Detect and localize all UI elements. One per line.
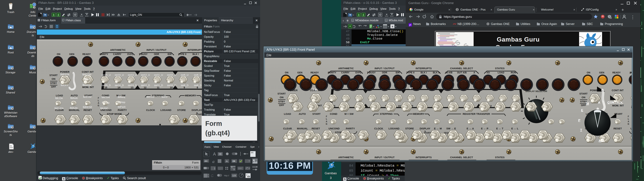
svg-text:lblCON: lblCON	[102, 96, 110, 98]
svg-text:sw12_D: sw12_D	[141, 84, 150, 87]
svg-text:L: L	[587, 135, 589, 138]
svg-text:123: 123	[232, 174, 236, 177]
svg-text:lblOFF: lblOFF	[61, 84, 68, 86]
svg-text:lblCLO: lblCLO	[146, 95, 154, 98]
svg-text:sw9_D: sw9_D	[181, 84, 188, 87]
svg-text:CONTROL: CONTROL	[608, 101, 623, 104]
svg-text:lblFlag: lblFlag	[102, 101, 109, 104]
svg-text:lblStop: lblStop	[118, 101, 125, 104]
svg-text:P: P	[578, 118, 580, 122]
svg-text:sw8_D: sw8_D	[194, 84, 202, 87]
svg-text:T: T	[580, 128, 582, 132]
svg-text:abc: abc	[204, 160, 208, 162]
svg-text:cb: cb	[247, 175, 250, 178]
svg-text:lblLO: lblLO	[162, 95, 167, 98]
svg-text:a: a	[212, 159, 214, 164]
svg-text:sw10_U: sw10_U	[167, 74, 176, 76]
svg-text:txt: txt	[10, 145, 12, 147]
svg-text:lblSTAF: lblSTAF	[83, 95, 92, 98]
svg-text:sw12_U: sw12_U	[141, 74, 150, 76]
svg-text:http://: http://	[224, 174, 229, 177]
svg-text:lblRESE: lblRESE	[83, 106, 92, 108]
svg-text:i: i	[57, 25, 57, 28]
svg-text:sw9_U: sw9_U	[181, 74, 188, 76]
svg-text:lblLOA: lblLOA	[55, 97, 63, 100]
svg-text:sw15_D: sw15_D	[102, 84, 111, 87]
svg-text:...: ...	[219, 167, 221, 170]
svg-text:lblCLEA: lblCLEA	[54, 107, 64, 110]
svg-text:lblMOM: lblMOM	[82, 84, 91, 86]
svg-text:lblAutc: lblAutc	[70, 96, 78, 100]
svg-text:a: a	[392, 25, 393, 28]
svg-text:###: ###	[238, 167, 242, 170]
svg-text:lblUNC: lblUNC	[100, 107, 108, 110]
svg-text:A: A	[213, 152, 216, 156]
svg-text:i: i	[34, 3, 34, 6]
svg-text:E: E	[581, 108, 583, 112]
svg-text:UT: UT	[410, 87, 413, 90]
svg-text:lblMeq: lblMeq	[118, 96, 125, 98]
svg-text:sw11_U: sw11_U	[154, 74, 163, 76]
svg-text:lblPSTA: lblPSTA	[60, 73, 69, 76]
svg-text:M: M	[586, 102, 589, 105]
svg-text:lblAuto: lblAuto	[70, 106, 78, 109]
svg-text:lblINT: lblINT	[84, 78, 90, 80]
svg-text:sw15_U: sw15_U	[102, 74, 111, 76]
svg-text:sw13_U: sw13_U	[128, 74, 137, 76]
svg-text:sw14_D: sw14_D	[115, 84, 124, 87]
svg-text:sw11_D: sw11_D	[154, 84, 163, 87]
svg-text:ALL: ALL	[599, 139, 605, 142]
svg-text:?: ?	[609, 16, 610, 18]
svg-text:abc: abc	[251, 152, 254, 154]
svg-text:sw14_U: sw14_U	[115, 74, 124, 76]
svg-text:lblICON: lblICON	[82, 73, 92, 76]
svg-text:A: A	[598, 101, 600, 104]
svg-text:OK: OK	[232, 160, 236, 162]
svg-text:T IN: T IN	[312, 88, 317, 91]
svg-text:sw13_D: sw13_D	[128, 84, 137, 87]
svg-text:sw10_D: sw10_D	[167, 84, 176, 87]
svg-text:0: 0	[610, 17, 611, 19]
svg-text:sw8_U: sw8_U	[194, 74, 202, 76]
svg-text:lblParit: lblParit	[118, 106, 126, 108]
